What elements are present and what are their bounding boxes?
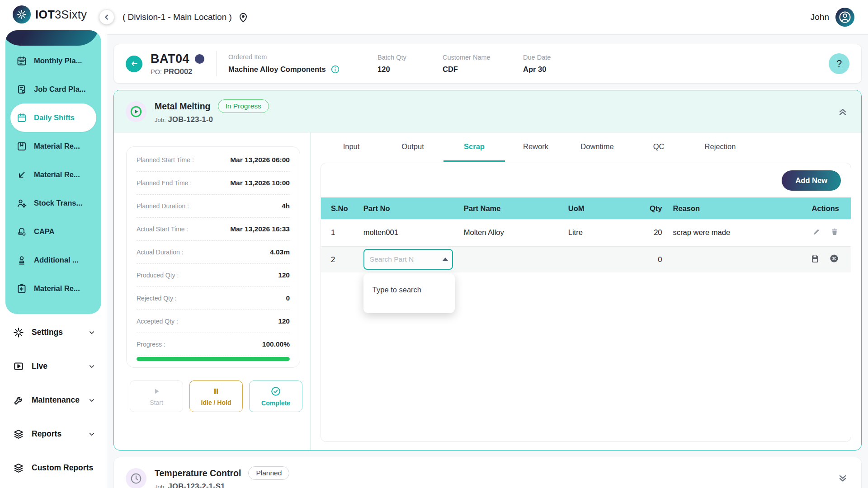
gear-icon — [13, 327, 24, 338]
collapse-section-icon[interactable] — [837, 106, 849, 117]
next-process-title-block: Temperature Control Planned Job:JOB-123-… — [155, 466, 289, 488]
ordered-item-label: Ordered Item — [228, 53, 377, 61]
chevron-down-icon — [88, 396, 96, 404]
sidebar-item-additional[interactable]: Additional ... — [5, 246, 101, 274]
scrap-table: S.No Part No Part Name UoM Qty Reason Ac… — [321, 197, 851, 272]
stat-value: Mar 13,2026 16:33 — [230, 225, 290, 233]
stat-row: Actual Start Time :Mar 13,2026 16:33 — [137, 218, 290, 241]
play-circle-icon — [130, 105, 142, 118]
job-card-icon — [16, 84, 27, 95]
add-new-button[interactable]: Add New — [782, 170, 841, 191]
sidebar-item-label: CAPA — [34, 227, 55, 236]
table-edit-row: 2 Type to search — [321, 246, 851, 272]
progress-percent: 100.00% — [262, 340, 290, 348]
avatar[interactable] — [835, 8, 854, 27]
user-icon — [838, 10, 852, 24]
sidebar-item-label: Job Card Pla... — [34, 85, 86, 94]
cell-part-name: Molten Alloy — [458, 219, 563, 246]
sidebar-item-settings[interactable]: Settings — [0, 315, 107, 349]
table-header-row: S.No Part No Part Name UoM Qty Reason Ac… — [321, 197, 851, 219]
wrench-icon — [13, 394, 24, 406]
stat-row: Actual Duration :4.03m — [137, 241, 290, 264]
back-button[interactable] — [126, 56, 142, 72]
edit-icon[interactable] — [812, 227, 821, 236]
sidebar-collapse-button[interactable] — [99, 10, 114, 24]
job-value: JOB-123-1-0 — [168, 115, 213, 123]
batch-code: BAT04 — [151, 52, 189, 66]
divider — [216, 51, 217, 76]
sidebar-item-material-request[interactable]: Material Re... — [5, 132, 101, 160]
sidebar: IOT3Sixty Monthly Pla... Job Card Pla...… — [0, 0, 107, 488]
stat-value: 4h — [282, 202, 290, 210]
help-button[interactable]: ? — [829, 53, 849, 74]
stat-row-progress: Progress :100.00% — [137, 333, 290, 356]
sidebar-item-daily-shifts[interactable]: Daily Shifts — [10, 103, 96, 132]
sidebar-item-monthly-plan[interactable]: Monthly Pla... — [5, 47, 101, 75]
sidebar-item-material-return[interactable]: Material Re... — [5, 274, 101, 303]
table-toolbar: Add New — [321, 163, 851, 197]
idle-hold-button[interactable]: Idle / Hold — [189, 380, 243, 412]
stat-label: Produced Qty : — [137, 272, 179, 279]
user-name: John — [811, 12, 829, 22]
sidebar-item-maintenance[interactable]: Maintenance — [0, 383, 107, 417]
status-badge: In Progress — [218, 99, 269, 113]
tab-rejection[interactable]: Rejection — [689, 133, 751, 162]
dropdown-caret-icon[interactable] — [443, 258, 448, 261]
process-clock-badge — [126, 468, 146, 488]
progress-bar-fill — [137, 357, 290, 361]
start-button[interactable]: Start — [130, 380, 183, 412]
save-icon[interactable] — [810, 253, 820, 263]
stat-value: 0 — [286, 294, 290, 302]
info-icon[interactable] — [330, 65, 340, 74]
sidebar-item-job-card-plan[interactable]: Job Card Pla... — [5, 75, 101, 103]
division-location: ( Division-1 - Main Location ) — [123, 11, 249, 23]
sidebar-item-material-receipt[interactable]: Material Re... — [5, 160, 101, 189]
search-dropdown[interactable]: Type to search — [363, 273, 455, 313]
stat-row: Accepted Qty :120 — [137, 310, 290, 333]
complete-button-label: Complete — [261, 399, 290, 407]
tab-qc[interactable]: QC — [628, 133, 689, 162]
process-title: Metal Melting — [155, 101, 211, 112]
stat-label: Rejected Qty : — [137, 295, 177, 302]
tab-downtime[interactable]: Downtime — [566, 133, 628, 162]
daily-shifts-icon — [16, 113, 27, 123]
tab-input[interactable]: Input — [321, 133, 382, 162]
sidebar-item-reports[interactable]: Reports — [0, 417, 107, 451]
batch-status-dot — [195, 54, 204, 64]
complete-button[interactable]: Complete — [249, 380, 302, 412]
app-logo: IOT3Sixty — [0, 0, 107, 29]
logo-text: IOT3Sixty — [35, 8, 87, 21]
sidebar-item-custom-reports[interactable]: Custom Reports — [0, 451, 107, 485]
sidebar-item-stock-transfer[interactable]: Stock Trans... — [5, 189, 101, 217]
sidebar-item-live[interactable]: Live — [0, 349, 107, 383]
col-qty: Qty — [631, 197, 667, 219]
customer-value: CDF — [443, 65, 458, 74]
delete-icon[interactable] — [830, 227, 839, 236]
stat-row: Produced Qty :120 — [137, 264, 290, 287]
location-pin-icon[interactable] — [237, 11, 249, 23]
col-uom: UoM — [563, 197, 631, 219]
tab-rework[interactable]: Rework — [505, 133, 566, 162]
expand-section-icon[interactable] — [837, 473, 849, 484]
cell-reason-empty — [668, 246, 798, 272]
job-label: Job: — [155, 117, 166, 123]
po-number: PO:PRO002 — [151, 67, 204, 76]
part-search-input[interactable] — [363, 249, 453, 270]
stat-row: Planned Duration :4h — [137, 195, 290, 218]
process-header: Metal Melting In Progress Job:JOB-123-1-… — [114, 90, 861, 133]
capa-icon — [16, 226, 27, 237]
sidebar-item-capa[interactable]: CAPA — [5, 217, 101, 246]
stat-label: Planned Start Time : — [137, 156, 194, 164]
job-id: Job:JOB-123-2-1-S1 — [155, 482, 289, 488]
person-icon — [16, 255, 27, 266]
sidebar-bottom-nav: Settings Live Maintenance Reports Custom… — [0, 315, 107, 485]
sidebar-item-label: Maintenance — [32, 395, 80, 405]
col-part-no: Part No — [358, 197, 458, 219]
stat-value: Mar 13,2026 10:00 — [230, 179, 290, 187]
col-actions: Actions — [798, 197, 851, 219]
tab-scrap[interactable]: Scrap — [443, 133, 505, 162]
tab-output[interactable]: Output — [382, 133, 443, 162]
cancel-icon[interactable] — [829, 253, 839, 263]
po-value: PRO002 — [164, 67, 192, 75]
cell-qty: 0 — [631, 246, 667, 272]
